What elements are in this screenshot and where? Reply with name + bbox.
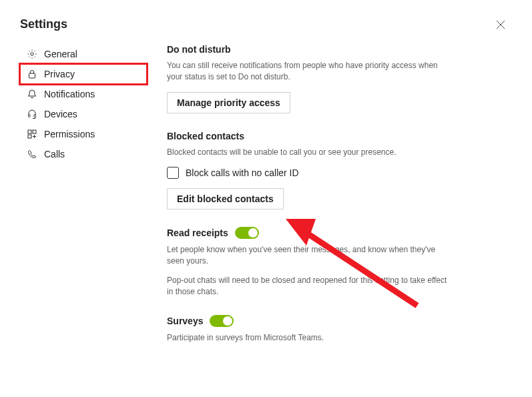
sidebar-item-notifications[interactable]: Notifications bbox=[20, 84, 147, 104]
svg-rect-4 bbox=[28, 130, 31, 133]
surveys-toggle[interactable] bbox=[210, 315, 234, 327]
page-title: Settings bbox=[20, 17, 67, 31]
section-read-receipts: Read receipts Let people know when you'v… bbox=[167, 227, 492, 297]
sidebar-item-label: Privacy bbox=[44, 69, 75, 79]
svg-rect-2 bbox=[29, 115, 31, 117]
section-surveys: Surveys Participate in surveys from Micr… bbox=[167, 315, 492, 344]
sidebar-item-label: Permissions bbox=[44, 129, 95, 139]
svg-rect-1 bbox=[29, 73, 35, 78]
headset-icon bbox=[27, 109, 37, 119]
sidebar-item-general[interactable]: General bbox=[20, 44, 147, 64]
settings-content: Do not disturb You can still receive not… bbox=[147, 44, 532, 360]
section-heading-text: Read receipts bbox=[167, 228, 228, 238]
section-description: Blocked contacts will be unable to call … bbox=[167, 147, 447, 158]
sidebar-item-calls[interactable]: Calls bbox=[20, 144, 147, 164]
section-blocked-contacts: Blocked contacts Blocked contacts will b… bbox=[167, 131, 492, 210]
manage-priority-access-button[interactable]: Manage priority access bbox=[167, 92, 290, 113]
sidebar: General Privacy Notifications bbox=[20, 44, 147, 360]
phone-icon bbox=[27, 149, 37, 159]
svg-point-0 bbox=[31, 53, 33, 55]
svg-rect-5 bbox=[33, 130, 36, 133]
checkbox-label: Block calls with no caller ID bbox=[186, 167, 299, 178]
block-no-caller-id-row[interactable]: Block calls with no caller ID bbox=[167, 167, 492, 179]
svg-rect-3 bbox=[34, 115, 36, 117]
edit-blocked-contacts-button[interactable]: Edit blocked contacts bbox=[167, 188, 284, 210]
gear-icon bbox=[27, 49, 37, 59]
sidebar-item-label: Notifications bbox=[44, 89, 95, 99]
bell-icon bbox=[27, 89, 37, 99]
section-heading: Blocked contacts bbox=[167, 131, 492, 141]
sidebar-item-label: Devices bbox=[44, 109, 77, 119]
sidebar-item-permissions[interactable]: Permissions bbox=[20, 124, 147, 144]
sidebar-item-devices[interactable]: Devices bbox=[20, 104, 147, 124]
section-heading: Do not disturb bbox=[167, 44, 492, 55]
close-icon bbox=[496, 20, 505, 29]
sidebar-item-label: General bbox=[44, 49, 77, 59]
section-heading: Read receipts bbox=[167, 227, 492, 239]
section-heading: Surveys bbox=[167, 315, 492, 327]
close-button[interactable] bbox=[491, 17, 511, 32]
section-description: You can still receive notifications from… bbox=[167, 60, 447, 83]
section-do-not-disturb: Do not disturb You can still receive not… bbox=[167, 44, 492, 113]
sidebar-item-label: Calls bbox=[44, 149, 65, 159]
lock-icon bbox=[27, 69, 37, 79]
svg-rect-6 bbox=[28, 135, 31, 138]
apps-icon bbox=[27, 129, 37, 139]
sidebar-item-privacy[interactable]: Privacy bbox=[20, 64, 147, 84]
section-heading-text: Surveys bbox=[167, 316, 203, 326]
settings-header: Settings bbox=[0, 0, 532, 44]
section-description: Participate in surveys from Microsoft Te… bbox=[167, 332, 447, 344]
section-description: Let people know when you've seen their m… bbox=[167, 244, 447, 267]
read-receipts-toggle[interactable] bbox=[235, 227, 259, 239]
section-description-secondary: Pop-out chats will need to be closed and… bbox=[167, 275, 447, 298]
checkbox-icon[interactable] bbox=[167, 167, 179, 179]
